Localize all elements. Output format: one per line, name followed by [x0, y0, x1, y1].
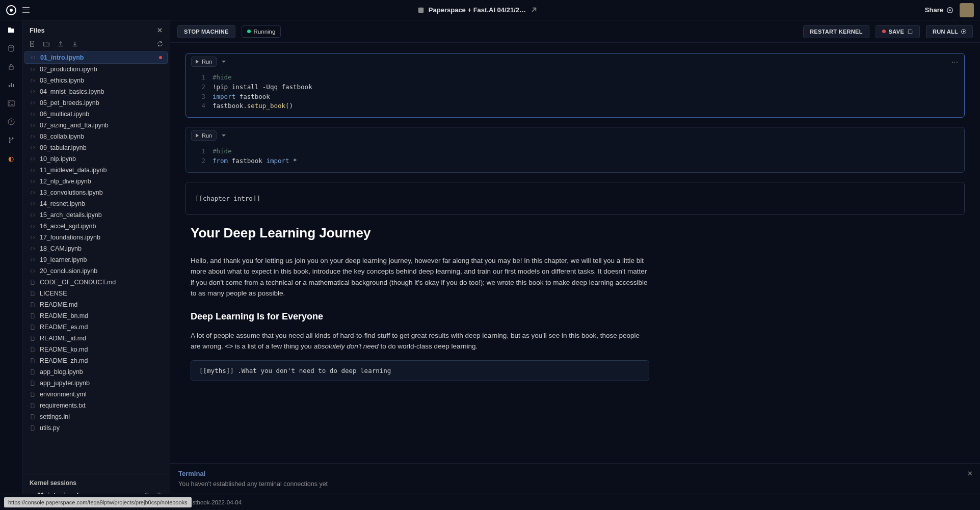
file-name: 06_multicat.ipynb [40, 111, 89, 118]
file-item[interactable]: 01_intro.ipynb [24, 51, 168, 64]
file-name: 02_production.ipynb [40, 66, 97, 73]
file-item[interactable]: 05_pet_breeds.ipynb [24, 97, 168, 109]
file-item[interactable]: app_jupyter.ipynb [24, 378, 168, 389]
code-cell[interactable]: Run ⋯ 1#hide2!pip install -Uqq fastbook3… [186, 53, 965, 118]
file-item[interactable]: 12_nlp_dive.ipynb [24, 176, 168, 187]
download-icon[interactable] [71, 40, 78, 47]
file-item[interactable]: 08_collab.ipynb [24, 131, 168, 142]
file-item[interactable]: README_ko.md [24, 344, 168, 355]
save-button[interactable]: SAVE [876, 25, 920, 38]
code-file-icon [30, 145, 36, 151]
code-file-icon [30, 156, 36, 162]
file-item[interactable]: README_id.md [24, 333, 168, 344]
file-name: 12_nlp_dive.ipynb [40, 178, 91, 185]
svg-point-3 [9, 45, 14, 47]
file-icon [30, 414, 36, 420]
file-item[interactable]: 03_ethics.ipynb [24, 75, 168, 86]
topbar: Paperspace + Fast.AI 04/21/2… Share [0, 0, 980, 20]
code-file-icon [30, 201, 36, 207]
code-file-icon [30, 111, 36, 117]
file-name: 15_arch_details.ipynb [40, 211, 102, 219]
file-item[interactable]: 16_accel_sgd.ipynb [24, 221, 168, 232]
rail-branch-icon[interactable] [7, 136, 16, 145]
run-all-icon [961, 29, 966, 34]
file-item[interactable]: 06_multicat.ipynb [24, 109, 168, 120]
file-item[interactable]: app_blog.ipynb [24, 366, 168, 378]
new-folder-icon[interactable] [43, 40, 50, 47]
notebook-icon [417, 7, 425, 14]
file-item[interactable]: 13_convolutions.ipynb [24, 187, 168, 198]
file-item[interactable]: README_zh.md [24, 355, 168, 366]
file-name: environment.yml [40, 391, 87, 398]
refresh-icon[interactable] [156, 40, 164, 47]
rail-files-icon[interactable] [7, 25, 16, 35]
run-all-button[interactable]: RUN ALL [926, 25, 973, 38]
file-item[interactable]: 18_CAM.ipynb [24, 243, 168, 254]
file-name: README_zh.md [40, 357, 88, 364]
file-name: settings.ini [40, 413, 70, 420]
action-bar: STOP MACHINE Running RESTART KERNEL SAVE… [170, 20, 980, 43]
file-item[interactable]: 10_nlp.ipynb [24, 153, 168, 165]
sidebar-close-icon[interactable]: ✕ [157, 26, 163, 34]
share-icon [946, 7, 953, 14]
app-logo[interactable] [6, 5, 16, 15]
file-item[interactable]: requirements.txt [24, 400, 168, 411]
code-cell[interactable]: Run 1#hide2from fastbook import * [186, 127, 965, 173]
rail-data-icon[interactable] [7, 44, 16, 53]
file-item[interactable]: README_es.md [24, 321, 168, 333]
chevron-down-icon[interactable] [222, 61, 226, 63]
rail-clock-icon[interactable] [7, 117, 16, 126]
file-item[interactable]: 11_midlevel_data.ipynb [24, 165, 168, 176]
file-name: README_bn.md [40, 312, 88, 319]
file-icon [30, 335, 36, 341]
rail-terminal-icon[interactable] [7, 99, 16, 108]
file-item[interactable]: 02_production.ipynb [24, 64, 168, 75]
new-file-icon[interactable] [29, 40, 36, 47]
file-name: README_ko.md [40, 346, 88, 353]
file-item[interactable]: utils.py [24, 422, 168, 434]
file-item[interactable]: 14_resnet.ipynb [24, 198, 168, 209]
run-cell-button[interactable]: Run [191, 130, 217, 141]
external-link-icon[interactable] [530, 7, 537, 14]
play-icon [196, 60, 199, 64]
restart-kernel-button[interactable]: RESTART KERNEL [803, 25, 869, 38]
rail-secure-icon[interactable] [7, 62, 16, 71]
file-item[interactable]: environment.yml [24, 389, 168, 400]
menu-toggle[interactable] [22, 7, 30, 13]
svg-point-2 [949, 9, 951, 11]
run-cell-button[interactable]: Run [191, 57, 217, 67]
svg-rect-4 [9, 66, 13, 69]
file-item[interactable]: 15_arch_details.ipynb [24, 209, 168, 221]
rail-jupyter-icon[interactable]: ◐ [7, 154, 16, 163]
share-button[interactable]: Share [925, 6, 953, 14]
file-icon [30, 391, 36, 397]
status-dot-icon [247, 30, 251, 33]
rail-chart-icon[interactable] [7, 80, 16, 90]
file-item[interactable]: LICENSE [24, 288, 168, 299]
upload-icon[interactable] [57, 40, 64, 47]
file-item[interactable]: settings.ini [24, 411, 168, 422]
file-item[interactable]: README_bn.md [24, 310, 168, 321]
output-cell: [[chapter_intro]] [186, 182, 965, 215]
chevron-down-icon[interactable] [222, 135, 226, 137]
code-editor[interactable]: 1#hide2from fastbook import * [186, 144, 964, 172]
file-item[interactable]: 07_sizing_and_tta.ipynb [24, 120, 168, 131]
terminal-panel: Terminal You haven't established any ter… [170, 463, 980, 494]
file-icon [30, 380, 36, 386]
cell-menu-icon[interactable]: ⋯ [951, 58, 959, 66]
statusbar: https://console.paperspace.com/teqa9iptw… [0, 494, 980, 510]
file-item[interactable]: README.md [24, 299, 168, 310]
file-item[interactable]: 20_conclusion.ipynb [24, 265, 168, 277]
file-item[interactable]: 19_learner.ipynb [24, 254, 168, 265]
file-item[interactable]: 09_tabular.ipynb [24, 142, 168, 153]
file-item[interactable]: 04_mnist_basics.ipynb [24, 86, 168, 97]
user-avatar[interactable] [960, 3, 974, 17]
file-icon [30, 425, 36, 431]
stop-machine-button[interactable]: STOP MACHINE [177, 25, 235, 38]
notebook[interactable]: Run ⋯ 1#hide2!pip install -Uqq fastbook3… [170, 43, 980, 510]
terminal-close-icon[interactable]: ✕ [967, 470, 973, 477]
code-editor[interactable]: 1#hide2!pip install -Uqq fastbook3import… [186, 70, 964, 117]
file-item[interactable]: CODE_OF_CONDUCT.md [24, 277, 168, 288]
code-file-icon [30, 212, 36, 218]
file-item[interactable]: 17_foundations.ipynb [24, 232, 168, 243]
